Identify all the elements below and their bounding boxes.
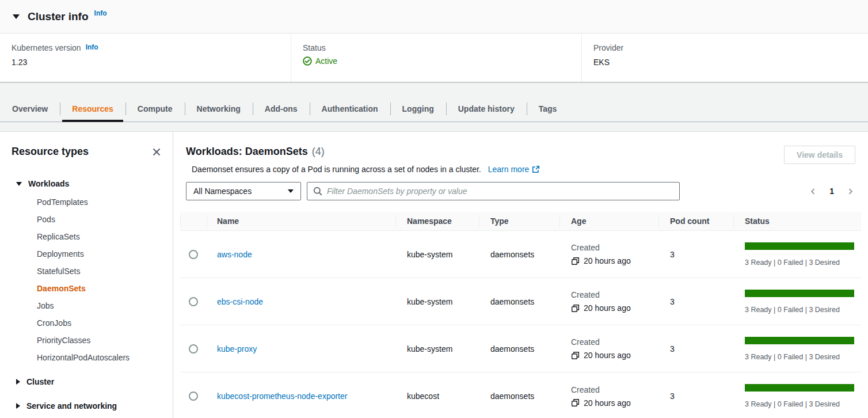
cell-type: daemonsets [479, 344, 559, 354]
previous-page-icon[interactable] [809, 188, 817, 195]
cell-pod-count: 3 [658, 250, 733, 259]
search-input[interactable] [327, 187, 673, 196]
status-label: Status [303, 43, 326, 52]
daemonsets-panel: Workloads: DaemonSets (4) Daemonset ensu… [173, 132, 868, 418]
cell-age-value: 20 hours ago [584, 303, 631, 313]
sidebar-item-deployments[interactable]: Deployments [12, 245, 161, 263]
status-bar [745, 242, 854, 250]
cell-pod-count: 3 [658, 392, 733, 401]
status-bar [745, 290, 854, 297]
status-bar [745, 384, 854, 392]
provider-field: Provider EKS [581, 34, 868, 82]
tab-add-ons[interactable]: Add-ons [253, 96, 310, 121]
table-row: ebs-csi-node kube-system daemonsets Crea… [180, 278, 861, 325]
resource-tree: Workloads PodTemplates Pods ReplicaSets … [12, 175, 161, 415]
daemonset-name-link[interactable]: kube-proxy [217, 344, 257, 354]
column-header-type: Type [479, 212, 559, 230]
provider-label: Provider [593, 43, 623, 52]
tab-resources[interactable]: Resources [60, 96, 125, 121]
table-row: kube-proxy kube-system daemonsets Create… [180, 325, 861, 373]
daemonset-name-link[interactable]: kubecost-prometheus-node-exporter [217, 392, 347, 401]
sidebar-title: Resource types [12, 146, 89, 158]
cluster-info-header: Cluster info Info [0, 0, 868, 33]
cell-namespace: kube-system [395, 344, 479, 354]
status-text: 3 Ready | 0 Failed | 3 Desired [745, 400, 854, 408]
tab-compute[interactable]: Compute [125, 96, 185, 121]
panel-count: (4) [312, 146, 325, 158]
sidebar-item-horizontalpodautoscalers[interactable]: HorizontalPodAutoscalers [12, 349, 161, 366]
tab-logging[interactable]: Logging [390, 96, 446, 121]
sidebar-item-priorityclasses[interactable]: PriorityClasses [12, 332, 161, 349]
namespace-select[interactable]: All Namespaces [186, 182, 301, 200]
panel-title: Workloads: DaemonSets [186, 146, 308, 158]
table-row: kubecost-prometheus-node-exporter kubeco… [180, 373, 861, 418]
copy-icon[interactable] [571, 304, 580, 313]
search-icon [313, 187, 322, 196]
tree-group-workloads[interactable]: Workloads [12, 175, 161, 192]
eks-cluster-page: Cluster info Info Kubernetes version Inf… [0, 0, 868, 418]
close-icon[interactable] [152, 147, 161, 157]
tab-tags[interactable]: Tags [527, 96, 569, 121]
cluster-tabs: Overview Resources Compute Networking Ad… [0, 96, 868, 122]
sidebar-item-replicasets[interactable]: ReplicaSets [12, 228, 161, 245]
daemonset-name-link[interactable]: ebs-csi-node [217, 297, 263, 306]
tab-networking[interactable]: Networking [185, 96, 253, 121]
cluster-info-link[interactable]: Info [94, 9, 107, 17]
cell-type: daemonsets [479, 250, 559, 259]
cell-age-value: 20 hours ago [584, 398, 631, 408]
status-value: Active [315, 56, 337, 66]
cell-namespace: kube-system [395, 297, 479, 306]
provider-value: EKS [593, 58, 868, 67]
sidebar-item-statefulsets[interactable]: StatefulSets [12, 263, 161, 280]
sidebar-item-pods[interactable]: Pods [12, 211, 161, 228]
daemonset-name-link[interactable]: aws-node [217, 250, 252, 259]
cell-namespace: kubecost [395, 392, 479, 401]
resource-types-sidebar: Resource types Workloads PodTemplates Po… [0, 132, 173, 418]
namespace-select-value: All Namespaces [193, 187, 252, 196]
view-details-button[interactable]: View details [784, 146, 855, 164]
cell-age-label: Created [571, 337, 658, 347]
table-row: aws-node kube-system daemonsets Created … [180, 231, 861, 278]
page-number[interactable]: 1 [829, 187, 834, 196]
kubernetes-version-value: 1.23 [12, 58, 291, 67]
sidebar-item-cronjobs[interactable]: CronJobs [12, 314, 161, 332]
column-header-pod-count: Pod count [658, 212, 733, 230]
kubernetes-version-info-link[interactable]: Info [86, 43, 98, 51]
tree-group-service-networking[interactable]: Service and networking [12, 397, 161, 415]
sidebar-item-podtemplates[interactable]: PodTemplates [12, 193, 161, 211]
triangle-right-icon [16, 403, 20, 409]
row-radio-button[interactable] [189, 392, 198, 401]
learn-more-link[interactable]: Learn more [488, 165, 540, 174]
row-radio-button[interactable] [189, 297, 198, 306]
copy-icon[interactable] [571, 351, 580, 360]
cell-type: daemonsets [479, 297, 559, 306]
status-field: Status Active [291, 34, 581, 82]
tab-authentication[interactable]: Authentication [310, 96, 390, 121]
check-circle-icon [303, 56, 312, 66]
tab-overview[interactable]: Overview [0, 96, 60, 121]
tree-group-cluster-label: Cluster [26, 377, 54, 386]
daemonsets-table: Name Namespace Type Age Pod count Status… [180, 212, 861, 418]
column-header-age: Age [559, 212, 658, 230]
sidebar-item-jobs[interactable]: Jobs [12, 297, 161, 314]
cell-age-value: 20 hours ago [584, 256, 631, 265]
collapse-triangle-icon[interactable] [13, 14, 20, 19]
kubernetes-version-label: Kubernetes version [12, 43, 81, 52]
tab-update-history[interactable]: Update history [446, 96, 527, 121]
page-title: Cluster info [28, 10, 89, 23]
tree-group-cluster[interactable]: Cluster [12, 373, 161, 390]
panel-description: Daemonset ensures a copy of a Pod is run… [192, 165, 481, 174]
row-radio-button[interactable] [189, 344, 198, 354]
sidebar-item-daemonsets[interactable]: DaemonSets [12, 280, 161, 297]
chevron-down-icon [288, 189, 294, 193]
row-radio-button[interactable] [189, 250, 198, 259]
copy-icon[interactable] [571, 398, 580, 407]
next-page-icon[interactable] [847, 188, 854, 195]
copy-icon[interactable] [571, 257, 580, 265]
learn-more-label: Learn more [488, 165, 530, 174]
cell-age-label: Created [571, 385, 658, 394]
cell-pod-count: 3 [658, 344, 733, 354]
status-text: 3 Ready | 0 Failed | 3 Desired [745, 353, 854, 361]
table-header-row: Name Namespace Type Age Pod count Status [180, 212, 861, 231]
tree-group-service-networking-label: Service and networking [26, 401, 117, 411]
